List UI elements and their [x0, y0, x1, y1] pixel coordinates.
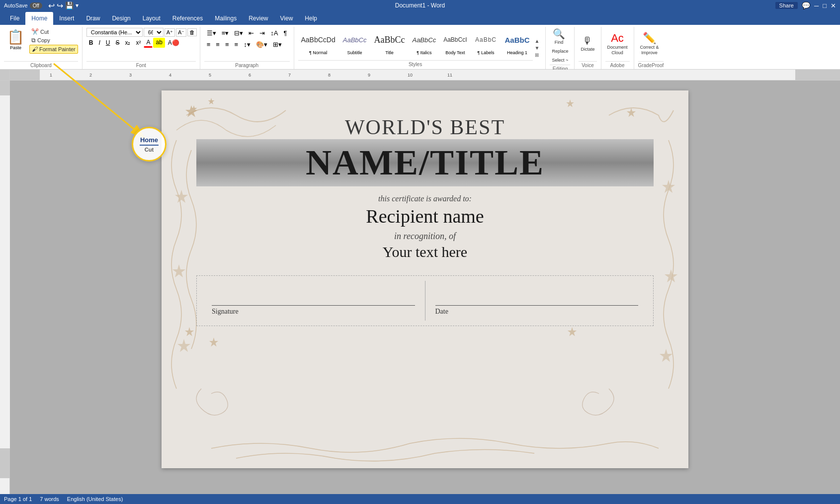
undo-btn[interactable]: ↩ — [48, 1, 55, 10]
clear-formatting[interactable]: 🗑 — [187, 28, 197, 36]
tab-home[interactable]: Home — [25, 12, 53, 25]
gradeproof-group: ✏️ Correct &Improve GradeProof — [634, 27, 668, 69]
style-italics[interactable]: AaBbCc ¶ Italics — [409, 28, 439, 57]
style-normal-label: ¶ Normal — [309, 50, 327, 55]
autosave-toggle[interactable]: Off — [30, 2, 42, 9]
restore-btn[interactable]: □ — [823, 2, 827, 9]
paste-button[interactable]: 📋 Paste — [4, 28, 27, 51]
style-body-text[interactable]: AaBbCcI Body Text — [440, 28, 470, 57]
numbering-button[interactable]: ≡▾ — [219, 28, 232, 38]
font-size-select[interactable]: 66 — [144, 28, 164, 37]
increase-indent[interactable]: ⇥ — [257, 28, 267, 38]
font-size-increase[interactable]: A⁺ — [165, 28, 175, 37]
underline-button[interactable]: U — [103, 38, 113, 47]
style-labels-text: AaBbC — [475, 36, 497, 43]
multilevel-button[interactable]: ⊟▾ — [232, 28, 246, 38]
svg-text:3: 3 — [129, 73, 132, 78]
autosave-label: AutoSave — [4, 2, 28, 8]
voice-content: 🎙 Dictate — [579, 27, 596, 61]
bold-button[interactable]: B — [86, 38, 96, 47]
shading-button[interactable]: 🎨▾ — [253, 39, 270, 50]
font-size-decrease[interactable]: A⁻ — [176, 28, 186, 37]
para-row2: ≡ ≡ ≡ ≡ ↕▾ 🎨▾ ⊞▾ — [204, 39, 290, 50]
tab-mailings[interactable]: Mailings — [209, 12, 243, 25]
font-color2-button[interactable]: A🔴 — [166, 38, 182, 47]
style-labels[interactable]: AaBbC ¶ Labels — [472, 28, 501, 57]
style-title-text: AaBbCc — [374, 35, 405, 45]
justify[interactable]: ≡ — [232, 39, 241, 50]
font-group: Constantia (He... 66 A⁺ A⁻ 🗑 B I U S x₂ … — [83, 27, 200, 69]
align-center[interactable]: ≡ — [213, 39, 222, 50]
style-labels-label: ¶ Labels — [478, 50, 495, 55]
tab-review[interactable]: Review — [243, 12, 274, 25]
superscript-button[interactable]: x² — [133, 38, 143, 47]
adobe-group: Ac DocumentCloud Adobe — [601, 27, 634, 69]
font-color-button[interactable]: A — [144, 38, 153, 48]
strikethrough-button[interactable]: S — [113, 38, 122, 47]
select-label: Select ~ — [552, 58, 568, 63]
subscript-button[interactable]: x₂ — [122, 38, 133, 47]
vertical-ruler — [0, 81, 10, 504]
replace-button[interactable]: Replace — [550, 48, 570, 55]
tab-references[interactable]: References — [167, 12, 209, 25]
paste-icon: 📋 — [7, 29, 24, 45]
tab-design[interactable]: Design — [106, 12, 136, 25]
italic-button[interactable]: I — [96, 38, 102, 47]
decrease-indent[interactable]: ⇤ — [246, 28, 256, 38]
format-painter-button[interactable]: 🖌 Format Painter — [29, 45, 78, 54]
svg-text:5: 5 — [209, 73, 211, 78]
bullets-button[interactable]: ☰▾ — [204, 28, 219, 38]
style-italics-label: ¶ Italics — [417, 50, 431, 55]
cert-title-line: WORLD'S BEST — [345, 115, 505, 139]
style-body-text-text: AaBbCcI — [443, 36, 467, 43]
styles-scroll-up[interactable]: ▲ — [534, 38, 541, 44]
highlight-button[interactable]: ab — [153, 38, 165, 48]
voice-group: 🎙 Dictate Voice — [575, 27, 601, 69]
styles-group: AaBbCcDd ¶ Normal AaBbCc Subtitle AaBbCc — [294, 27, 546, 69]
redo-btn[interactable]: ↪ — [57, 1, 63, 10]
format-painter-label: Format Painter — [39, 46, 76, 52]
svg-rect-2 — [795, 70, 840, 80]
svg-rect-14 — [0, 81, 10, 478]
paragraph-content: ☰▾ ≡▾ ⊟▾ ⇤ ⇥ ↕A ¶ ≡ ≡ ≡ ≡ ↕▾ 🎨▾ ⊞▾ — [204, 27, 290, 61]
style-heading1[interactable]: AaBbC Heading 1 — [502, 28, 533, 57]
align-right[interactable]: ≡ — [223, 39, 232, 50]
line-spacing[interactable]: ↕▾ — [241, 39, 253, 50]
align-left[interactable]: ≡ — [204, 39, 213, 50]
correct-improve-button[interactable]: ✏️ Correct &Improve — [638, 32, 661, 57]
show-marks[interactable]: ¶ — [281, 28, 290, 38]
dictate-button[interactable]: 🎙 Dictate — [579, 35, 596, 53]
save-btn[interactable]: 💾 — [65, 1, 74, 9]
more-tools-btn[interactable]: ▾ — [76, 2, 79, 9]
cut-button[interactable]: ✂️ Cut — [29, 28, 78, 36]
cert-date-label: Date — [435, 305, 639, 316]
styles-scroll-down[interactable]: ▼ — [534, 45, 541, 51]
close-btn[interactable]: ✕ — [831, 2, 836, 9]
tab-draw[interactable]: Draw — [80, 12, 106, 25]
dictate-icon: 🎙 — [583, 36, 592, 46]
comments-btn[interactable]: 💬 — [802, 1, 810, 9]
gradeproof-content: ✏️ Correct &Improve — [638, 27, 661, 61]
tab-insert[interactable]: Insert — [53, 12, 80, 25]
copy-button[interactable]: ⧉ Copy — [29, 36, 78, 44]
font-family-select[interactable]: Constantia (He... — [86, 28, 143, 37]
tab-layout[interactable]: Layout — [137, 12, 167, 25]
document-page[interactable]: WORLD'S BEST NAME/TITLE this certificate… — [162, 90, 688, 468]
cert-sig-right: Date — [425, 281, 649, 321]
borders-button[interactable]: ⊞▾ — [270, 39, 284, 50]
share-btn[interactable]: Share — [775, 2, 798, 9]
style-normal[interactable]: AaBbCcDd ¶ Normal — [298, 28, 338, 57]
select-button[interactable]: Select ~ — [550, 57, 570, 64]
style-subtitle[interactable]: AaBbCc Subtitle — [340, 28, 370, 57]
sort-button[interactable]: ↕A — [268, 28, 280, 38]
style-title[interactable]: AaBbCc Title — [371, 28, 408, 57]
minimize-btn[interactable]: ─ — [814, 2, 819, 9]
language-info: English (United States) — [67, 496, 123, 502]
clipboard-small-buttons: ✂️ Cut ⧉ Copy 🖌 Format Painter — [29, 28, 78, 54]
find-button[interactable]: 🔍 Find — [550, 28, 568, 46]
tab-view[interactable]: View — [274, 12, 299, 25]
document-cloud-button[interactable]: Ac DocumentCloud — [605, 32, 630, 57]
tab-file[interactable]: File — [4, 12, 25, 25]
styles-expand[interactable]: ⊞ — [534, 52, 541, 58]
tab-help[interactable]: Help — [299, 12, 323, 25]
